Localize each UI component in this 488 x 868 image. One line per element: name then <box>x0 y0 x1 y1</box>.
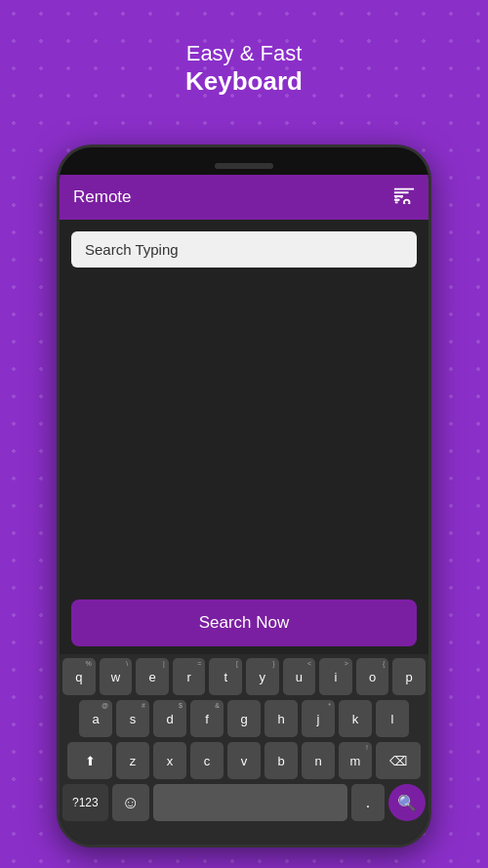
key-numbers[interactable]: ?123 <box>62 784 108 821</box>
phone-frame: Remote Search Typing Search Now <box>57 145 431 847</box>
key-j[interactable]: *j <box>302 700 335 737</box>
key-k[interactable]: k <box>339 700 372 737</box>
key-x[interactable]: x <box>153 742 186 779</box>
key-n[interactable]: n <box>302 742 335 779</box>
key-emoji[interactable]: ☺ <box>112 784 149 821</box>
key-a[interactable]: @a <box>79 700 112 737</box>
key-shift[interactable]: ⬆ <box>67 742 112 779</box>
key-u[interactable]: <u <box>283 658 316 695</box>
key-search[interactable]: 🔍 <box>388 784 426 821</box>
key-space[interactable] <box>153 784 347 821</box>
key-d[interactable]: $d <box>153 700 186 737</box>
key-i[interactable]: >i <box>319 658 352 695</box>
key-e[interactable]: |e <box>136 658 169 695</box>
app-bar: Remote <box>60 175 428 220</box>
key-o[interactable]: {o <box>356 658 389 695</box>
key-c[interactable]: c <box>190 742 224 779</box>
key-g[interactable]: g <box>227 700 261 737</box>
key-w[interactable]: \w <box>100 658 133 695</box>
svg-rect-1 <box>395 201 398 203</box>
key-m[interactable]: !m <box>339 742 372 779</box>
header-title: Keyboard <box>0 66 488 97</box>
key-backspace[interactable]: ⌫ <box>376 742 421 779</box>
search-input-container[interactable]: Search Typing <box>71 231 417 268</box>
keyboard-row-4: ?123 ☺ . 🔍 <box>62 784 426 821</box>
search-button-area: Search Now <box>60 592 428 654</box>
cast-icon[interactable] <box>393 186 415 209</box>
key-v[interactable]: v <box>227 742 261 779</box>
phone-top-bar <box>60 147 428 175</box>
search-input-text: Search Typing <box>85 241 403 258</box>
keyboard-row-3: ⬆ z x c v b n !m ⌫ <box>62 742 426 779</box>
key-period[interactable]: . <box>351 784 385 821</box>
keyboard-row-2: @a #s $d &f g h *j k l <box>62 700 426 737</box>
phone-inner: Remote Search Typing Search Now <box>60 175 428 845</box>
phone-speaker <box>215 163 273 169</box>
key-s[interactable]: #s <box>116 700 149 737</box>
header: Easy & Fast Keyboard <box>0 41 488 97</box>
key-b[interactable]: b <box>264 742 298 779</box>
key-p[interactable]: p <box>392 658 426 695</box>
key-y[interactable]: }y <box>246 658 279 695</box>
key-f[interactable]: &f <box>190 700 224 737</box>
app-title: Remote <box>73 187 132 207</box>
key-z[interactable]: z <box>116 742 149 779</box>
keyboard: %q \w |e =r [t }y <u >i {o p @a #s $d &f… <box>60 654 428 845</box>
header-subtitle: Easy & Fast <box>0 41 488 66</box>
key-q[interactable]: %q <box>62 658 96 695</box>
keyboard-row-1: %q \w |e =r [t }y <u >i {o p <box>62 658 426 695</box>
key-t[interactable]: [t <box>209 658 242 695</box>
key-h[interactable]: h <box>264 700 298 737</box>
key-l[interactable]: l <box>376 700 409 737</box>
search-now-button[interactable]: Search Now <box>71 599 417 646</box>
key-r[interactable]: =r <box>173 658 206 695</box>
